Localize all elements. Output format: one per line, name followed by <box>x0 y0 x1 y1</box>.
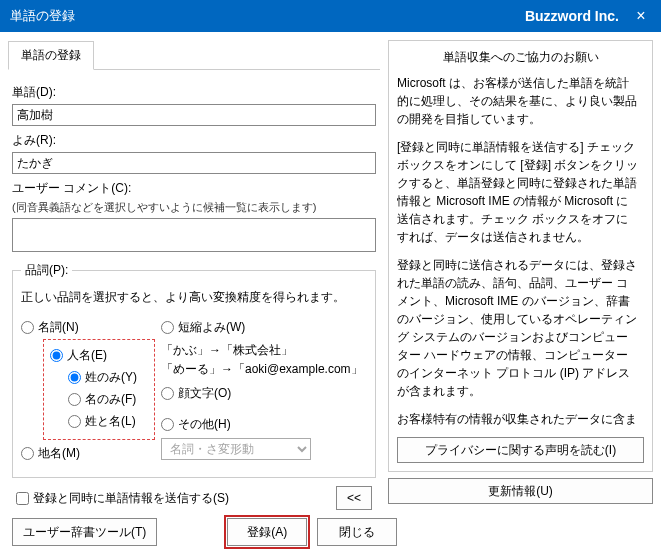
info-scroll[interactable]: Microsoft は、お客様が送信した単語を統計的に処理し、その結果を基に、よ… <box>397 74 644 431</box>
short-reading-examples: 「かぶ」→「株式会社」 「めーる」→「aoki@example.com」 <box>161 341 367 379</box>
pos-fieldset: 品詞(P): 正しい品詞を選択すると、より高い変換精度を得られます。 名詞(N)… <box>12 262 376 478</box>
tab-strip: 単語の登録 <box>8 40 380 70</box>
close-button[interactable]: 閉じる <box>317 518 397 546</box>
window-title: 単語の登録 <box>10 7 525 25</box>
tab-register-word[interactable]: 単語の登録 <box>8 41 94 70</box>
info-heading: 単語収集へのご協力のお願い <box>397 49 644 66</box>
collapse-button[interactable]: << <box>336 486 372 510</box>
privacy-button[interactable]: プライバシーに関する声明を読む(I) <box>397 437 644 463</box>
titlebar: 単語の登録 Buzzword Inc. × <box>0 0 661 32</box>
user-dict-button[interactable]: ユーザー辞書ツール(T) <box>12 518 157 546</box>
info-p2: [登録と同時に単語情報を送信する] チェック ボックスをオンにして [登録] ボ… <box>397 138 640 246</box>
radio-noun[interactable]: 名詞(N) <box>21 319 161 336</box>
company-name: Buzzword Inc. <box>525 8 619 24</box>
info-p1: Microsoft は、お客様が送信した単語を統計的に処理し、その結果を基に、よ… <box>397 74 640 128</box>
word-label: 単語(D): <box>12 84 376 101</box>
close-icon[interactable]: × <box>631 7 651 25</box>
send-info-checkbox[interactable]: 登録と同時に単語情報を送信する(S) <box>16 490 229 507</box>
info-p3: 登録と同時に送信されるデータには、登録された単語の読み、語句、品詞、ユーザー コ… <box>397 256 640 400</box>
radio-given-only[interactable]: 名のみ(F) <box>68 391 148 408</box>
comment-label: ユーザー コメント(C): <box>12 180 376 197</box>
radio-person[interactable]: 人名(E) <box>50 347 148 364</box>
reading-input[interactable] <box>12 152 376 174</box>
radio-surname-only[interactable]: 姓のみ(Y) <box>68 369 148 386</box>
radio-both-names[interactable]: 姓と名(L) <box>68 413 148 430</box>
update-info-button[interactable]: 更新情報(U) <box>388 478 653 504</box>
info-panel: 単語収集へのご協力のお願い Microsoft は、お客様が送信した単語を統計的… <box>388 40 653 472</box>
pos-hint: 正しい品詞を選択すると、より高い変換精度を得られます。 <box>21 289 367 306</box>
other-pos-select[interactable]: 名詞・さ変形動 <box>161 438 311 460</box>
radio-place[interactable]: 地名(M) <box>21 445 161 462</box>
reading-label: よみ(R): <box>12 132 376 149</box>
radio-short-reading[interactable]: 短縮よみ(W) <box>161 319 367 336</box>
radio-kaomoji[interactable]: 顔文字(O) <box>161 385 367 402</box>
info-p4: お客様特有の情報が収集されたデータに含まれることがあります。このような情報が存在… <box>397 410 640 431</box>
radio-other[interactable]: その他(H) <box>161 416 367 433</box>
footer-buttons: ユーザー辞書ツール(T) 登録(A) 閉じる <box>0 512 661 552</box>
comment-input[interactable] <box>12 218 376 252</box>
comment-sublabel: (同音異義語などを選択しやすいように候補一覧に表示します) <box>12 200 376 215</box>
person-group: 人名(E) 姓のみ(Y) 名のみ(F) 姓と名(L) <box>43 339 155 440</box>
word-input[interactable] <box>12 104 376 126</box>
pos-legend: 品詞(P): <box>21 262 72 279</box>
register-button[interactable]: 登録(A) <box>227 518 307 546</box>
